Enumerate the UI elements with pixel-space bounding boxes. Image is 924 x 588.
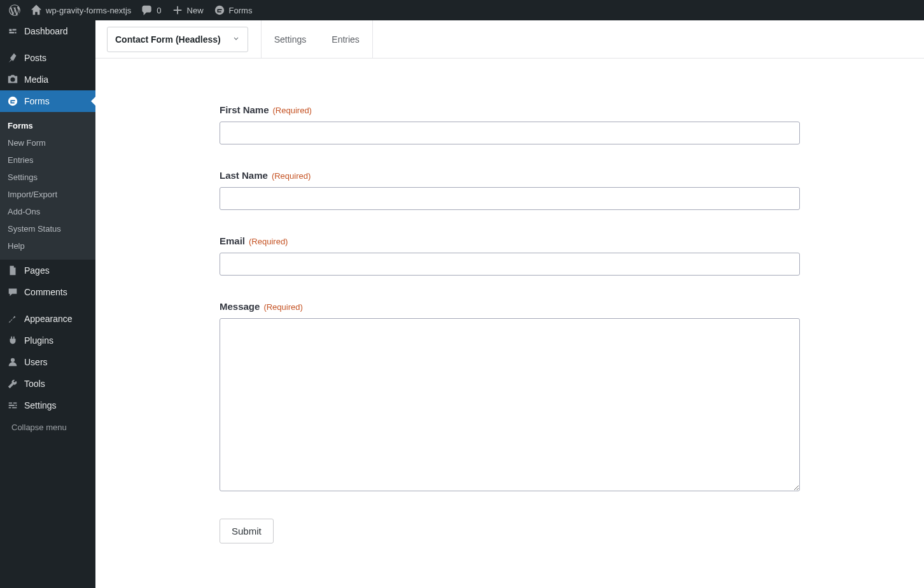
comments-icon (6, 286, 19, 298)
sidebar-item-dashboard[interactable]: Dashboard (0, 20, 95, 42)
site-name-link[interactable]: wp-gravity-forms-nextjs (25, 0, 136, 20)
form-header: Contact Form (Headless) Settings Entries (95, 20, 924, 59)
site-name-text: wp-gravity-forms-nextjs (46, 6, 131, 15)
field-label: Email (Required) (220, 235, 800, 246)
subnav-new-form[interactable]: New Form (0, 134, 95, 151)
gravity-forms-link[interactable]: Forms (209, 0, 258, 20)
form-switcher[interactable]: Contact Form (Headless) (107, 27, 248, 52)
field-first-name: First Name (Required) (220, 104, 800, 144)
sidebar-item-label: Tools (24, 379, 45, 389)
last-name-input[interactable] (220, 187, 800, 210)
label-text: Email (220, 235, 245, 246)
subnav-import-export[interactable]: Import/Export (0, 186, 95, 203)
brush-icon (6, 312, 19, 325)
plug-icon (6, 334, 19, 347)
comments-link[interactable]: 0 (136, 0, 166, 20)
wp-logo[interactable] (4, 0, 25, 20)
tab-settings[interactable]: Settings (262, 20, 319, 59)
sidebar-item-posts[interactable]: Posts (0, 47, 95, 69)
sidebar-item-label: Pages (24, 265, 50, 276)
required-indicator: (Required) (249, 237, 288, 246)
field-email: Email (Required) (220, 235, 800, 276)
sliders-icon (6, 399, 19, 412)
forms-label: Forms (229, 6, 253, 15)
subnav-addons[interactable]: Add-Ons (0, 203, 95, 220)
sidebar-item-label: Forms (24, 96, 50, 106)
field-last-name: Last Name (Required) (220, 170, 800, 210)
divider (372, 20, 373, 59)
wrench-icon (6, 377, 19, 390)
plus-icon (172, 4, 183, 16)
required-indicator: (Required) (273, 106, 312, 115)
dashboard-icon (6, 25, 19, 38)
sidebar-item-appearance[interactable]: Appearance (0, 308, 95, 330)
label-text: Last Name (220, 170, 268, 181)
sidebar-submenu-forms: Forms New Form Entries Settings Import/E… (0, 112, 95, 260)
message-textarea[interactable] (220, 318, 800, 491)
label-text: First Name (220, 104, 269, 115)
field-label: Message (Required) (220, 301, 800, 312)
label-text: Message (220, 301, 260, 312)
sidebar-item-label: Media (24, 74, 48, 85)
comments-count: 0 (157, 6, 161, 15)
subnav-system-status[interactable]: System Status (0, 220, 95, 237)
content-area: Contact Form (Headless) Settings Entries… (95, 20, 924, 588)
sidebar-item-settings[interactable]: Settings (0, 395, 95, 416)
field-message: Message (Required) (220, 301, 800, 493)
tab-entries[interactable]: Entries (319, 20, 372, 59)
sidebar-item-pages[interactable]: Pages (0, 260, 95, 281)
sidebar-item-users[interactable]: Users (0, 351, 95, 373)
collapse-label: Collapse menu (11, 423, 67, 432)
pin-icon (6, 52, 19, 64)
pages-icon (6, 264, 19, 277)
admin-sidebar: Dashboard Posts Media Forms Forms New Fo… (0, 20, 95, 588)
email-input[interactable] (220, 253, 800, 276)
media-icon (6, 73, 19, 86)
sidebar-item-comments[interactable]: Comments (0, 281, 95, 303)
home-icon (31, 4, 42, 16)
submit-button[interactable]: Submit (220, 519, 274, 543)
form-wrap: First Name (Required) Last Name (Require… (220, 104, 800, 543)
user-icon (6, 356, 19, 368)
sidebar-item-label: Plugins (24, 335, 53, 346)
sidebar-item-label: Dashboard (24, 26, 68, 36)
required-indicator: (Required) (272, 171, 311, 181)
first-name-input[interactable] (220, 122, 800, 144)
gravity-forms-icon (214, 4, 225, 16)
admin-bar: wp-gravity-forms-nextjs 0 New Forms (0, 0, 924, 20)
new-content-link[interactable]: New (167, 0, 209, 20)
form-tabs: Settings Entries (262, 20, 372, 59)
subnav-forms[interactable]: Forms (0, 117, 95, 134)
subnav-settings[interactable]: Settings (0, 169, 95, 186)
sidebar-item-label: Comments (24, 287, 67, 297)
chevron-down-icon (232, 34, 240, 45)
sidebar-item-tools[interactable]: Tools (0, 373, 95, 395)
sidebar-item-media[interactable]: Media (0, 69, 95, 90)
new-label: New (187, 6, 204, 15)
sidebar-item-label: Users (24, 357, 48, 367)
sidebar-item-forms[interactable]: Forms (0, 90, 95, 112)
sidebar-item-plugins[interactable]: Plugins (0, 330, 95, 351)
forms-icon (6, 95, 19, 108)
subnav-entries[interactable]: Entries (0, 151, 95, 169)
sidebar-item-label: Posts (24, 53, 46, 63)
subnav-help[interactable]: Help (0, 237, 95, 255)
form-switcher-label: Contact Form (Headless) (115, 34, 221, 45)
sidebar-item-label: Appearance (24, 314, 73, 324)
wordpress-icon (9, 4, 20, 16)
collapse-menu[interactable]: Collapse menu (0, 416, 95, 438)
sidebar-item-label: Settings (24, 400, 57, 410)
form-body: First Name (Required) Last Name (Require… (95, 59, 924, 569)
required-indicator: (Required) (263, 302, 302, 312)
comment-icon (141, 4, 153, 16)
field-label: Last Name (Required) (220, 170, 800, 181)
field-label: First Name (Required) (220, 104, 800, 115)
